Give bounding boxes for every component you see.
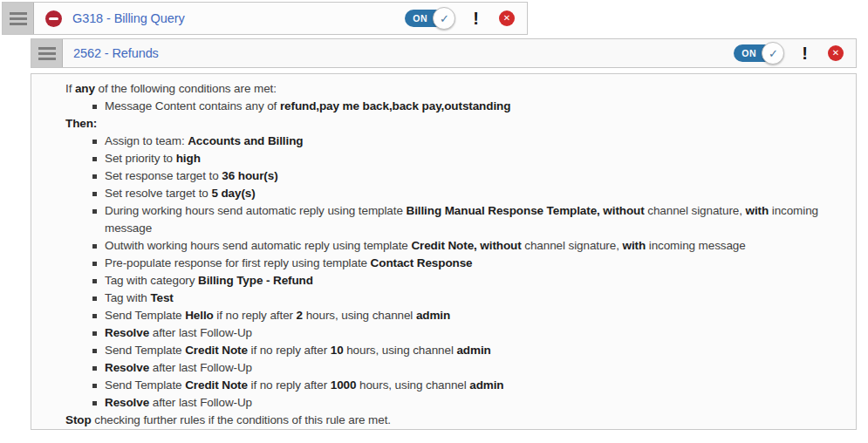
rule-line-text: if no reply after [248,378,331,392]
rule-line-value: Accounts and Billing [188,134,303,147]
alert-icon[interactable]: ! [473,10,479,27]
rule-line-value: Test [150,291,173,304]
rule-line-text: Message Content contains any of [105,99,280,112]
rule-line: Pre-populate response for first reply us… [65,255,844,272]
rule-line: Resolve after last Follow-Up [65,359,844,377]
rule-line-value: with [746,204,769,217]
bullet-icon [92,401,97,406]
rule-line-value: Contact Response [371,256,473,269]
rule-line-value: any [75,82,95,95]
drag-handle-icon[interactable] [31,39,63,67]
bullet-icon [92,140,97,144]
rule-line-text: Outwith working hours send automatic rep… [105,239,411,252]
rule-line-value: 36 hour(s) [222,169,277,182]
rule-line-value: admin [416,309,450,322]
rule-line: Resolve after last Follow-Up [65,394,844,412]
rule-line: Tag with category Billing Type - Refund [65,272,844,290]
rule-line-value: 1000 [331,378,357,392]
on-toggle[interactable]: ON ✓ [734,42,784,65]
rule-line-text: If [65,82,75,95]
alert-icon[interactable]: ! [802,44,808,62]
rule-line-value: Credit Note [185,344,248,357]
rule-line: Stop checking further rules if the condi… [65,412,844,429]
rule-line-value: admin [456,344,490,357]
rule-line-value: Billing Type - Refund [198,274,313,287]
rule-line: Set resolve target to 5 day(s) [65,185,844,202]
rule-line-value: Stop [65,413,92,426]
rule-line: During working hours send automatic repl… [65,202,844,237]
rule-line-value: 5 day(s) [211,187,255,200]
rule-line-value: with [622,239,646,252]
rule-line-value: high [176,152,201,165]
rule-line-text: Tag with [105,291,150,304]
rule-line-text: channel signature, [522,239,623,252]
rule-line: Then: [65,115,844,133]
rule-line-text: if no reply after [248,344,331,357]
toggle-check-icon: ✓ [762,42,784,65]
rule-line-value: 10 [331,344,344,357]
rule-body: If any of the following conditions are m… [31,73,857,430]
rule-line-text: hours, using channel [344,344,457,357]
rule-line-value: Resolve [105,326,149,339]
bullet-icon [92,384,97,388]
rule-line-value: Resolve [105,396,149,409]
rule-line-text: Send Template [105,344,185,357]
rule-line: Tag with Test [65,290,844,307]
rule-line-text: of the following conditions are met: [95,82,277,95]
rule-line: Set response target to 36 hour(s) [65,167,844,185]
bullet-icon [92,174,97,179]
rule-line-value: Then: [65,117,97,130]
bullet-icon [92,209,97,214]
rule-line-text: checking further rules if the conditions… [92,413,391,426]
bullet-icon [92,314,97,318]
bullet-icon [92,366,97,371]
drag-handle-icon[interactable] [3,3,34,34]
bullet-icon [92,105,97,109]
bullet-icon [92,244,97,249]
rule-line-text: Set resolve target to [105,187,211,200]
rule-line-text: During working hours send automatic repl… [105,204,406,217]
on-toggle[interactable]: ON ✓ [405,7,455,30]
rule-line-value: 2 [297,309,303,322]
rule-line: If any of the following conditions are m… [65,80,844,98]
hamburger-icon [10,17,27,20]
rule-line-text: Pre-populate response for first reply us… [105,256,371,269]
rule-line-text: after last Follow-Up [149,326,252,339]
bullet-icon [92,279,97,283]
no-entry-icon[interactable] [45,10,62,27]
rule-line: Send Template Credit Note if no reply af… [65,377,844,394]
rule-line-value: Credit Note [185,378,248,392]
toggle-check-icon: ✓ [433,7,455,30]
rule-line-text: incoming message [646,239,746,252]
rule-title-link[interactable]: 2562 - Refunds [73,46,159,60]
rule-header-refunds: 2562 - Refunds ON ✓ ! ✕ [31,38,857,68]
close-icon[interactable]: ✕ [828,45,844,61]
no-entry-bar [49,17,58,20]
bullet-icon [92,192,97,196]
rule-line-text: hours, using channel [303,309,416,322]
bullet-icon [92,262,97,266]
rule-line-value: Credit Note, without [411,239,521,252]
bullet-icon [92,349,97,353]
rule-line-text: Send Template [105,378,185,392]
rule-line-value: refund,pay me back,back pay,outstanding [280,99,510,112]
rule-title-link[interactable]: G318 - Billing Query [72,11,185,25]
rule-line-value: Billing Manual Response Template, withou… [406,204,644,217]
bullet-icon [92,157,97,161]
rule-line-text: hours, using channel [356,378,469,392]
rule-line-text: after last Follow-Up [149,396,252,409]
hamburger-icon [38,52,56,55]
rule-line: Outwith working hours send automatic rep… [65,237,844,255]
rule-line-text: Assign to team: [105,134,188,147]
rule-line-value: Hello [185,309,214,322]
rule-line-text: Set priority to [105,152,176,165]
rule-line: Assign to team: Accounts and Billing [65,133,844,150]
rule-header-billing-query: G318 - Billing Query ON ✓ ! ✕ [2,2,528,35]
rule-line-text: channel signature, [645,204,746,217]
close-icon[interactable]: ✕ [499,10,515,26]
rule-line: Message Content contains any of refund,p… [65,98,844,115]
rule-line-text: after last Follow-Up [149,361,252,374]
rule-line: Send Template Credit Note if no reply af… [65,342,844,359]
rule-line: Send Template Hello if no reply after 2 … [65,307,844,324]
rule-line: Resolve after last Follow-Up [65,324,844,342]
